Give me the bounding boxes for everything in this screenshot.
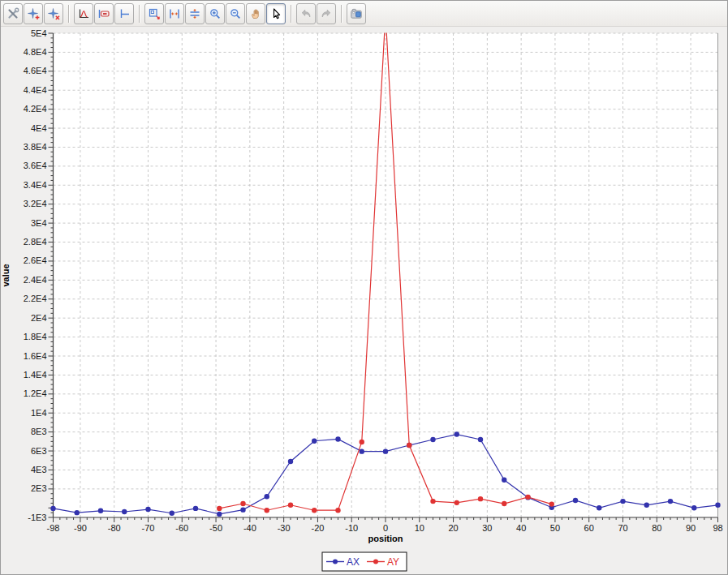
svg-text:2E3: 2E3 (31, 483, 47, 493)
add-point-icon (27, 7, 40, 20)
plot-function-button[interactable] (74, 3, 93, 24)
zoom-in-icon (209, 7, 222, 20)
series-AX-point (644, 503, 649, 508)
plot-area[interactable] (54, 33, 718, 517)
add-point-button[interactable] (24, 3, 43, 24)
series-AX-point (502, 478, 506, 483)
svg-text:-40: -40 (243, 523, 256, 533)
series-AX-point (668, 499, 673, 504)
svg-text:-30: -30 (278, 523, 291, 533)
select-button[interactable] (266, 3, 286, 24)
series-AX-point (478, 437, 483, 442)
svg-text:4.2E4: 4.2E4 (24, 104, 47, 114)
svg-text:80: 80 (652, 523, 661, 533)
svg-text:2.4E4: 2.4E4 (24, 275, 47, 285)
pan-button[interactable] (246, 3, 265, 24)
undo-button[interactable] (296, 3, 316, 24)
zoom-out-button[interactable] (226, 3, 245, 24)
tools-icon (6, 7, 19, 20)
series-AX-point (430, 437, 435, 442)
data-range-button[interactable] (94, 3, 114, 24)
svg-text:-70: -70 (142, 523, 155, 533)
svg-text:2.2E4: 2.2E4 (24, 294, 47, 303)
toolbar (1, 1, 727, 27)
function-plot-icon (77, 7, 90, 20)
svg-text:70: 70 (618, 523, 627, 533)
undo-icon (299, 7, 312, 20)
chart-canvas[interactable]: -98-90-80-70-60-50-40-30-20-100102030405… (1, 27, 728, 575)
svg-text:-60: -60 (175, 523, 188, 533)
series-AX-point (383, 448, 388, 453)
series-AY-point (265, 508, 269, 513)
series-AY-point (407, 443, 411, 448)
series-AY-point (240, 501, 245, 506)
zoom-selection-button[interactable] (144, 3, 164, 24)
series-AX-point (193, 506, 198, 511)
svg-text:20: 20 (448, 523, 458, 533)
svg-text:4.4E4: 4.4E4 (24, 85, 47, 95)
fit-vertical-icon (188, 7, 201, 20)
series-AX-point (573, 498, 578, 503)
baseline-icon (118, 7, 131, 20)
svg-text:3.6E4: 3.6E4 (24, 161, 47, 170)
svg-text:-50: -50 (209, 523, 222, 533)
svg-text:3.2E4: 3.2E4 (24, 199, 47, 208)
svg-text:60: 60 (584, 523, 594, 533)
svg-text:4E3: 4E3 (31, 465, 47, 474)
legend-point-sample (373, 560, 378, 564)
plot-application-window: { "window": {"width": 897, "height": 709… (0, 0, 728, 575)
redo-button[interactable] (317, 3, 336, 24)
series-AY-point (335, 508, 340, 513)
fit-vertical-button[interactable] (185, 3, 205, 24)
svg-text:-10: -10 (345, 523, 358, 533)
svg-text:-1E3: -1E3 (28, 513, 46, 522)
svg-text:-90: -90 (74, 523, 87, 533)
svg-text:50: 50 (550, 523, 560, 533)
series-AX-point (360, 448, 364, 453)
series-AX-point (265, 494, 269, 499)
series-AX-point (454, 431, 459, 436)
legend[interactable]: AXAY (322, 552, 407, 571)
svg-text:0: 0 (383, 523, 388, 533)
svg-text:30: 30 (482, 523, 492, 533)
svg-text:90: 90 (686, 523, 696, 533)
series-AY-point (312, 508, 317, 513)
snapshot-button[interactable] (347, 3, 366, 24)
camera-icon (350, 7, 363, 20)
svg-text:2E4: 2E4 (31, 313, 47, 323)
svg-text:40: 40 (516, 523, 526, 533)
series-AY-point (549, 501, 554, 506)
series-AX-point (691, 505, 696, 510)
svg-text:-98: -98 (47, 523, 60, 533)
zoom-in-button[interactable] (205, 3, 225, 24)
legend-label: AX (347, 556, 360, 568)
svg-text:4E4: 4E4 (31, 123, 47, 133)
series-AX-point (98, 508, 103, 513)
series-AY-point (360, 440, 364, 444)
svg-text:3.4E4: 3.4E4 (24, 180, 47, 190)
delete-point-button[interactable] (44, 3, 63, 24)
zoom-selection-icon (148, 7, 161, 20)
svg-text:98: 98 (713, 523, 722, 533)
series-AX-point (75, 510, 80, 515)
svg-text:10: 10 (415, 523, 424, 533)
tools-button[interactable] (3, 3, 23, 24)
series-AY-point (525, 495, 530, 500)
series-AY-point (430, 499, 435, 504)
series-AX-point (597, 505, 601, 510)
svg-text:1.6E4: 1.6E4 (24, 351, 47, 361)
delete-point-icon (47, 7, 60, 20)
baseline-button[interactable] (114, 3, 134, 24)
svg-text:1.2E4: 1.2E4 (24, 388, 47, 398)
redo-icon (320, 7, 333, 20)
svg-text:1E4: 1E4 (31, 408, 47, 418)
series-AX-point (288, 459, 293, 464)
fit-horizontal-button[interactable] (165, 3, 184, 24)
series-AX-point (145, 507, 150, 512)
series-AX-point (312, 439, 317, 444)
series-AX-point (715, 503, 720, 508)
series-AY-point (502, 501, 506, 506)
series-AY-point (217, 506, 222, 511)
svg-text:1.4E4: 1.4E4 (24, 370, 47, 380)
series-AX-point (122, 509, 127, 514)
